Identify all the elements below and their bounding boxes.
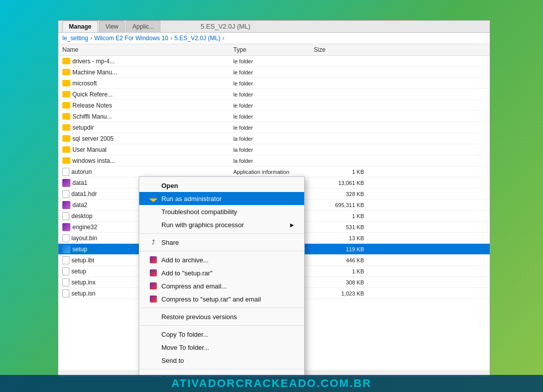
menu-item-icon	[149, 330, 157, 338]
menu-separator	[139, 308, 304, 308]
file-icon	[62, 267, 69, 275]
context-menu-item-add-to-archive[interactable]: Add to archive...	[139, 253, 304, 266]
menu-item-label: Compress to "setup.rar" and email	[161, 296, 261, 303]
file-name-cell: Quick Refere...	[62, 91, 163, 98]
file-type-cell: la folder	[233, 147, 314, 153]
file-name-text: microsoft	[72, 80, 97, 87]
file-name-text: setup.inx	[71, 279, 96, 286]
file-name-text: Schiffli Manu...	[72, 113, 112, 120]
menu-item-icon	[149, 208, 157, 216]
menu-item-label: Add to "setup.rar"	[161, 269, 213, 277]
context-menu-item-run-as-administrator[interactable]: Run as administrator	[139, 192, 304, 205]
file-size-cell: 13 KB	[314, 235, 364, 241]
file-name-text: User Manual	[72, 146, 107, 153]
file-name-cell: setupdir	[62, 124, 163, 131]
file-name-text: data1	[72, 179, 87, 186]
folder-icon	[62, 58, 70, 64]
tab-manage[interactable]: Manage	[62, 21, 98, 32]
context-menu-item-send-to[interactable]: Send to	[139, 354, 304, 367]
table-row[interactable]: drivers - mp-4... le folder	[58, 56, 490, 67]
context-menu-item-move-to-folder[interactable]: Move To folder...	[139, 341, 304, 354]
context-menu-item-compress-to-setuprar-and-email[interactable]: Compress to "setup.rar" and email	[139, 292, 304, 306]
context-menu-item-add-to-setuprar[interactable]: Add to "setup.rar"	[139, 266, 304, 279]
context-menu-item-run-with-graphics-processor[interactable]: Run with graphics processor▶	[139, 218, 304, 231]
folder-icon	[62, 135, 70, 142]
file-name-cell: windows insta...	[62, 157, 163, 164]
context-menu-item-restore-previous-versions[interactable]: Restore previous versions	[139, 310, 304, 323]
table-row[interactable]: Quick Refere... le folder	[58, 89, 490, 100]
file-size-cell: 1,023 KB	[314, 290, 364, 297]
table-row[interactable]: Release Notes le folder	[58, 100, 490, 111]
menu-item-icon	[149, 221, 157, 229]
col-header-type: Type	[233, 46, 314, 53]
file-icon	[62, 168, 69, 176]
file-name-cell: Schiffli Manu...	[62, 113, 163, 120]
file-name-cell: autorun	[62, 168, 163, 176]
file-icon	[62, 289, 69, 298]
file-name-text: setup	[72, 246, 87, 253]
file-type-cell: le folder	[233, 80, 314, 86]
folder-icon	[62, 102, 70, 109]
file-name-text: autorun	[71, 168, 92, 175]
table-row[interactable]: Schiffli Manu... le folder	[58, 111, 490, 122]
file-icon	[62, 212, 69, 220]
menu-item-label: Open	[161, 182, 178, 189]
file-type-cell: le folder	[233, 114, 314, 120]
submenu-arrow: ▶	[290, 222, 294, 228]
col-header-name[interactable]: Name	[62, 46, 163, 53]
file-type-cell: le folder	[233, 69, 314, 75]
context-menu: OpenRun as administratorTroubleshoot com…	[139, 176, 305, 377]
menu-item-icon	[149, 269, 157, 277]
breadcrumb-sep2: ›	[170, 35, 172, 42]
context-menu-item-copy-to-folder[interactable]: Copy To folder...	[139, 328, 304, 341]
tab-applic[interactable]: Applic...	[126, 21, 160, 32]
menu-separator	[139, 325, 304, 326]
file-type-cell: le folder	[233, 91, 314, 97]
file-name-text: engine32	[72, 224, 97, 231]
table-row[interactable]: Machine Manu... le folder	[58, 67, 490, 78]
file-name-cell: drivers - mp-4...	[62, 58, 163, 65]
tab-bar: Manage View Applic... 5.ES_V2.0J (ML)	[58, 21, 490, 33]
tab-view[interactable]: View	[99, 21, 125, 32]
file-type-cell: la folder	[233, 158, 314, 164]
context-menu-item-share[interactable]: ⤴Share	[139, 236, 304, 249]
winrar-icon	[150, 269, 157, 276]
menu-item-icon	[149, 295, 157, 303]
table-row[interactable]: autorun Application information 1 KB	[58, 166, 490, 177]
folder-icon	[62, 91, 70, 97]
menu-item-label: Run as administrator	[161, 195, 222, 203]
context-menu-item-compress-and-email[interactable]: Compress and email...	[139, 279, 304, 292]
file-size-cell: 119 KB	[314, 246, 364, 252]
menu-separator	[139, 233, 304, 234]
table-row[interactable]: setupdir le folder	[58, 122, 490, 133]
breadcrumb-part3[interactable]: 5.ES_V2.0J (ML)	[174, 35, 220, 42]
breadcrumb-part1[interactable]: le_setting	[62, 35, 88, 42]
file-type-cell: le folder	[233, 58, 314, 64]
watermark-bar: ATIVADORCRACKEADO.COM.BR	[0, 375, 543, 392]
file-size-cell: 328 KB	[314, 191, 364, 197]
file-name-text: Release Notes	[72, 102, 112, 109]
menu-item-icon	[149, 181, 157, 189]
file-name-text: setup	[71, 268, 86, 275]
table-row[interactable]: windows insta... la folder	[58, 155, 490, 166]
table-row[interactable]: sql server 2005 la folder	[58, 133, 490, 144]
context-menu-item-open[interactable]: Open	[139, 179, 304, 192]
file-name-cell: microsoft	[62, 80, 163, 87]
context-menu-item-troubleshoot-compatibility[interactable]: Troubleshoot compatibility	[139, 205, 304, 218]
file-icon	[62, 190, 69, 198]
winrar-icon	[150, 256, 157, 263]
explorer-window: Manage View Applic... 5.ES_V2.0J (ML) le…	[58, 20, 490, 377]
file-name-cell: sql server 2005	[62, 135, 163, 142]
shield-icon	[150, 195, 157, 202]
table-row[interactable]: microsoft le folder	[58, 78, 490, 89]
exe-icon	[62, 245, 70, 253]
breadcrumb-part2[interactable]: Wilcom E2 For Windows 10	[94, 35, 168, 42]
file-name-text: drivers - mp-4...	[72, 58, 115, 65]
file-icon	[62, 256, 69, 264]
breadcrumb-sep3: ›	[222, 35, 224, 42]
menu-item-icon	[149, 356, 157, 364]
file-size-cell: 1 KB	[314, 213, 364, 219]
table-row[interactable]: User Manual la folder	[58, 144, 490, 155]
breadcrumb-bar: le_setting › Wilcom E2 For Windows 10 › …	[58, 33, 490, 44]
menu-item-label: Move To folder...	[161, 344, 209, 351]
